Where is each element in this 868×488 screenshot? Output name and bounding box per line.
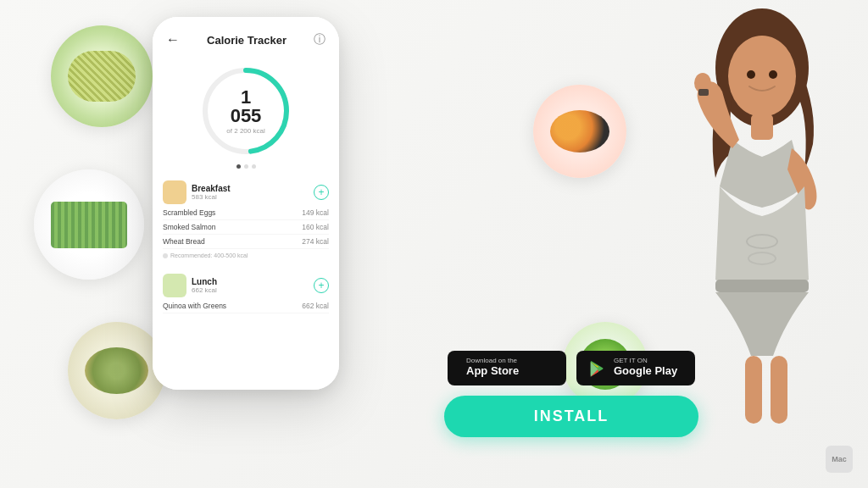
plate-pasta bbox=[51, 25, 153, 127]
meal-item: Quinoa with Greens 662 kcal bbox=[163, 299, 329, 313]
appstore-large-label: App Store bbox=[466, 364, 519, 379]
svg-rect-4 bbox=[751, 114, 773, 140]
quinoa-label: Quinoa with Greens bbox=[163, 302, 226, 310]
back-icon[interactable]: ← bbox=[166, 32, 180, 47]
breakfast-section: Breakfast 583 kcal + Scrambled Eggs 149 … bbox=[163, 175, 329, 262]
dot-3 bbox=[252, 164, 256, 169]
lunch-add-button[interactable]: + bbox=[314, 278, 329, 293]
wheat-bread-kcal: 274 kcal bbox=[302, 237, 329, 246]
plate-fruit bbox=[533, 85, 626, 178]
googleplay-small-label: GET IT ON bbox=[614, 358, 677, 364]
breakfast-kcal: 583 kcal bbox=[192, 193, 231, 201]
calorie-section: 1 055 of 2 200 kcal bbox=[153, 56, 339, 175]
svg-point-12 bbox=[769, 70, 777, 79]
svg-rect-9 bbox=[745, 356, 762, 424]
meal-item: Wheat Bread 274 kcal bbox=[163, 235, 329, 249]
scrambled-eggs-label: Scrambled Eggs bbox=[163, 208, 215, 217]
meals-list: Breakfast 583 kcal + Scrambled Eggs 149 … bbox=[153, 175, 339, 390]
lunch-thumb bbox=[163, 274, 186, 297]
wheat-bread-label: Wheat Bread bbox=[163, 237, 205, 246]
quinoa-kcal: 662 kcal bbox=[302, 302, 329, 310]
breakfast-add-button[interactable]: + bbox=[314, 185, 329, 200]
phone-title: Calorie Tracker bbox=[207, 34, 287, 47]
appstore-button[interactable]: Download on the App Store bbox=[448, 351, 566, 385]
calorie-sub: of 2 200 kcal bbox=[223, 127, 270, 135]
lunch-title: Lunch bbox=[192, 277, 217, 286]
svg-point-11 bbox=[747, 70, 755, 79]
meal-item: Scrambled Eggs 149 kcal bbox=[163, 206, 329, 220]
lunch-kcal: 662 kcal bbox=[192, 286, 217, 294]
recommend-note: Recommended: 400-500 kcal bbox=[163, 249, 329, 262]
lunch-section: Lunch 662 kcal + Quinoa with Greens 662 … bbox=[163, 269, 329, 313]
svg-rect-10 bbox=[771, 356, 787, 424]
plate-bowl bbox=[68, 322, 165, 419]
phone-mockup: ← Calorie Tracker ⓘ 1 055 of 2 200 kcal bbox=[153, 17, 339, 390]
smoked-salmon-kcal: 160 kcal bbox=[302, 223, 329, 231]
googleplay-button[interactable]: GET IT ON Google Play bbox=[576, 351, 695, 385]
google-play-icon bbox=[588, 359, 607, 378]
breakfast-thumb bbox=[163, 180, 186, 204]
calorie-ring: 1 055 of 2 200 kcal bbox=[199, 64, 292, 158]
main-scene: ← Calorie Tracker ⓘ 1 055 of 2 200 kcal bbox=[0, 0, 868, 488]
download-area: Download on the App Store GET IT ON Goog… bbox=[444, 351, 698, 437]
googleplay-large-label: Google Play bbox=[614, 364, 677, 379]
dot-2 bbox=[244, 164, 248, 169]
plate-asparagus bbox=[34, 169, 144, 280]
mac-badge: Mac bbox=[826, 446, 853, 473]
breakfast-title: Breakfast bbox=[192, 184, 231, 193]
appstore-small-label: Download on the bbox=[466, 358, 519, 364]
smoked-salmon-label: Smoked Salmon bbox=[163, 223, 215, 231]
calorie-number: 1 055 bbox=[223, 88, 270, 125]
dot-1 bbox=[236, 164, 241, 169]
install-button[interactable]: INSTALL bbox=[444, 396, 698, 437]
scrambled-eggs-kcal: 149 kcal bbox=[302, 208, 329, 217]
meal-item: Smoked Salmon 160 kcal bbox=[163, 220, 329, 235]
store-buttons: Download on the App Store GET IT ON Goog… bbox=[448, 351, 695, 385]
svg-rect-8 bbox=[715, 280, 809, 292]
svg-rect-13 bbox=[698, 89, 709, 96]
svg-point-3 bbox=[728, 36, 796, 117]
info-icon[interactable]: ⓘ bbox=[314, 32, 326, 47]
